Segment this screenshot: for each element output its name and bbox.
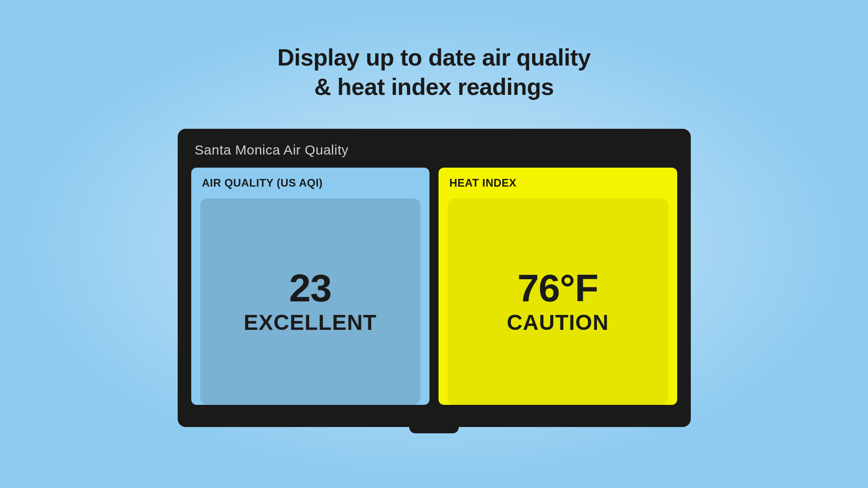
screen-title: Santa Monica Air Quality [195, 142, 677, 158]
headline-line-1: Display up to date air quality [278, 43, 591, 72]
air-quality-value: 23 [289, 268, 331, 307]
heat-index-label: HEAT INDEX [449, 177, 668, 189]
air-quality-card: 23 EXCELLENT [200, 198, 421, 405]
air-quality-panel: AIR QUALITY (US AQI) 23 EXCELLENT [191, 168, 430, 405]
heat-index-status: CAUTION [507, 310, 609, 335]
headline-line-2: & heat index readings [278, 72, 591, 102]
device-stand [409, 427, 459, 433]
marketing-headline: Display up to date air quality & heat in… [278, 43, 591, 102]
heat-index-card: 76°F CAUTION [448, 198, 668, 405]
air-quality-label: AIR QUALITY (US AQI) [202, 177, 421, 189]
air-quality-status: EXCELLENT [244, 310, 377, 335]
heat-index-panel: HEAT INDEX 76°F CAUTION [439, 168, 677, 405]
heat-index-value: 76°F [517, 268, 598, 307]
display-device-frame: Santa Monica Air Quality AIR QUALITY (US… [178, 129, 691, 427]
panels-container: AIR QUALITY (US AQI) 23 EXCELLENT HEAT I… [191, 168, 677, 405]
